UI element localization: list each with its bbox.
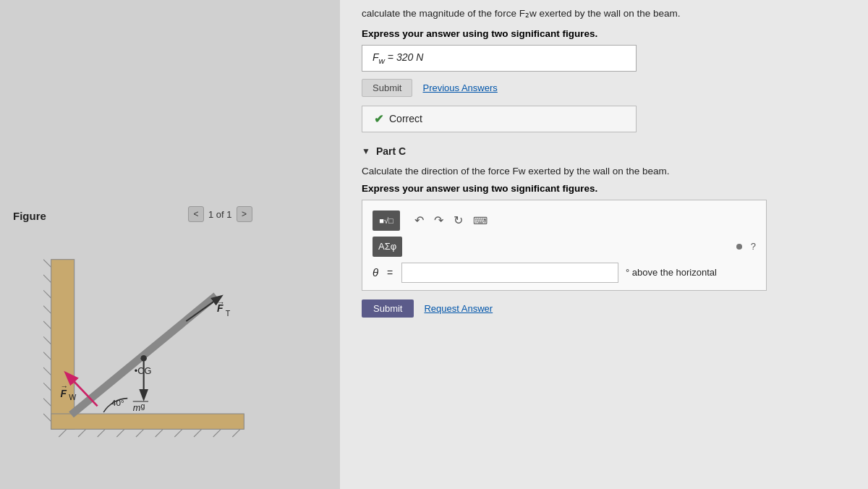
svg-line-11 [43,414,51,422]
submit-row: Submit Previous Answers [362,79,846,97]
toolbar-row-1: ■√□ ↶ ↷ ↻ ⌨ [373,211,756,231]
asigma-button[interactable]: AΣφ [373,237,402,257]
prev-button[interactable]: < [188,206,204,222]
question-mark[interactable]: ? [751,241,756,252]
right-panel: calculate the magnitude of the force F₂w… [340,0,868,489]
nav-controls: < 1 of 1 > [188,206,252,222]
input-row: θ = ° above the horizontal [373,263,756,283]
top-instruction: calculate the magnitude of the force F₂w… [362,7,846,21]
diagram-svg: F W → F T → 40° •CG m g [43,243,275,446]
undo-button[interactable]: ↶ [412,212,427,229]
part-c-instruction: Calculate the direction of the force Fw … [362,164,846,179]
answer-input[interactable] [401,263,618,283]
svg-line-3 [43,290,51,298]
svg-line-9 [43,383,51,391]
redo-button[interactable]: ↷ [431,212,446,229]
svg-line-22 [232,429,240,437]
svg-line-20 [194,429,202,437]
svg-rect-0 [51,260,75,430]
svg-text:m: m [133,402,141,413]
figure-label: Figure [13,210,46,222]
page-indicator: 1 of 1 [208,209,232,220]
equals-label: = [387,267,394,278]
refresh-button[interactable]: ↻ [451,212,466,229]
sig-figs-instruction-1: Express your answer using two significan… [362,28,846,39]
svg-line-19 [174,429,182,437]
svg-line-8 [43,367,51,375]
request-answer-link[interactable]: Request Answer [424,303,493,314]
svg-line-7 [43,352,51,360]
submit-button-1[interactable]: Submit [362,79,412,97]
svg-line-1 [43,260,51,268]
check-icon: ✔ [374,112,383,126]
math-input-icon: ■√□ [379,216,393,225]
svg-line-16 [116,429,124,437]
svg-text:→: → [217,298,225,307]
correct-box: ✔ Correct [362,106,637,132]
svg-text:W: W [69,393,77,401]
physics-diagram: F W → F T → 40° •CG m g [43,243,275,446]
svg-text:T: T [226,309,231,318]
svg-line-15 [98,429,106,437]
svg-line-14 [78,429,86,437]
part-c-label: Part C [376,145,406,157]
svg-text:40°: 40° [111,398,124,407]
svg-text:→: → [60,382,68,391]
theta-label: θ [373,266,380,278]
toolbar-row-2: AΣφ ? [373,237,756,257]
svg-line-4 [43,306,51,314]
svg-line-21 [213,429,221,437]
dot-indicator [736,244,742,250]
svg-line-28 [186,297,221,321]
sig-figs-instruction-2: Express your answer using two significan… [362,183,846,194]
answer-display: Fw = 320 N [362,45,637,72]
svg-line-10 [43,399,51,407]
svg-line-5 [43,321,51,329]
next-button[interactable]: > [237,206,252,222]
left-panel: Figure < 1 of 1 > [0,0,340,489]
keyboard-button[interactable]: ⌨ [470,213,490,228]
svg-line-17 [136,429,144,437]
correct-text: Correct [389,113,422,124]
answer-section: ■√□ ↶ ↷ ↻ ⌨ AΣφ ? θ = ° above [362,200,767,291]
prev-answers-link[interactable]: Previous Answers [422,82,497,93]
svg-line-6 [43,336,51,344]
submit-button-2[interactable]: Submit [362,299,414,318]
answer-value: Fw = 320 N [373,51,423,63]
svg-rect-12 [51,414,244,429]
svg-text:g: g [140,401,145,410]
svg-line-18 [156,429,163,437]
unit-text: ° above the horizontal [626,267,717,278]
bottom-btn-row: Submit Request Answer [362,299,846,318]
math-input-button[interactable]: ■√□ [373,211,400,231]
svg-line-13 [59,429,67,437]
part-c-header: ▼ Part C [362,145,846,157]
triangle-collapse-icon[interactable]: ▼ [362,146,370,156]
svg-line-2 [43,275,51,283]
